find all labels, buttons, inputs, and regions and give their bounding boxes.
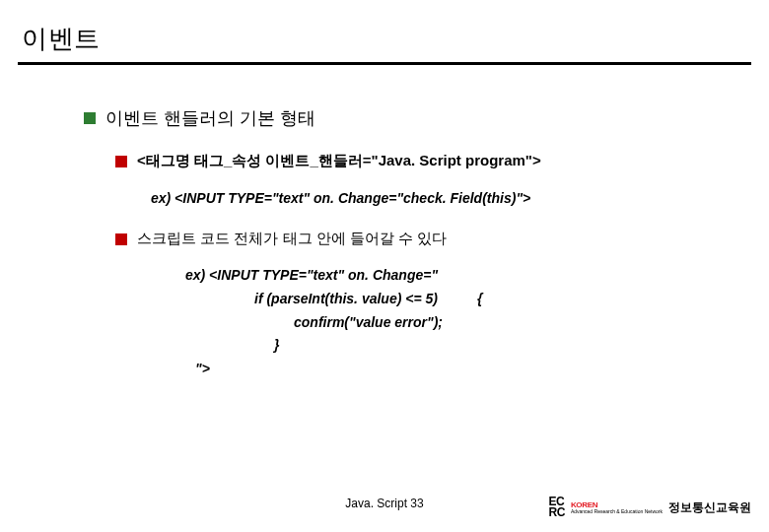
koren-block: KOREN Advanced Research & Education Netw…	[571, 501, 663, 514]
ex2-line2: if (parseInt(this. value) <= 5){	[254, 288, 769, 311]
square-bullet-icon	[115, 156, 127, 167]
example-line-1: ex) <INPUT TYPE="text" on. Change="check…	[151, 190, 769, 206]
ex2-line5: ">	[195, 358, 769, 381]
content-area: 이벤트 핸들러의 기본 형태 <태그명 태그_속성 이벤트_핸들러="Java.…	[0, 65, 769, 381]
lvl2-syntax-text: <태그명 태그_속성 이벤트_핸들러="Java. Script program…	[137, 152, 541, 170]
ecrc-logo: EC RC	[549, 497, 565, 518]
footer-right-block: EC RC KOREN Advanced Research & Educatio…	[549, 497, 751, 518]
example-block-2: ex) <INPUT TYPE="text" on. Change=" if (…	[185, 264, 769, 381]
ecrc-logo-row2: RC	[549, 507, 565, 518]
lvl2-desc-text: 스크립트 코드 전체가 태그 안에 들어갈 수 있다	[137, 230, 447, 248]
ex2-line3: confirm("value error");	[294, 311, 769, 335]
lvl1-text: 이벤트 핸들러의 기본 형태	[105, 106, 315, 130]
bullet-lvl2-syntax: <태그명 태그_속성 이벤트_핸들러="Java. Script program…	[115, 152, 769, 170]
footer-org-label: 정보통신교육원	[668, 499, 751, 516]
ex2-line4: }	[274, 334, 769, 358]
koren-subtext: Advanced Research & Education Network	[571, 509, 663, 514]
bullet-lvl2-desc: 스크립트 코드 전체가 태그 안에 들어갈 수 있다	[115, 230, 769, 248]
square-bullet-icon	[84, 112, 96, 124]
ex2-line1: ex) <INPUT TYPE="text" on. Change="	[185, 264, 769, 288]
slide-title: 이벤트	[0, 0, 769, 60]
bullet-lvl1: 이벤트 핸들러의 기본 형태	[84, 106, 769, 130]
square-bullet-icon	[115, 233, 127, 245]
